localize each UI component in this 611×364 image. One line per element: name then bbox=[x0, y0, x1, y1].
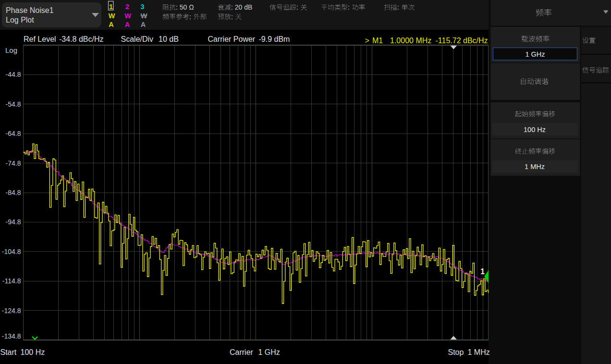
svg-text:-64.8: -64.8 bbox=[6, 130, 21, 137]
svg-text:Start: Start bbox=[0, 348, 17, 356]
svg-text:100 Hz: 100 Hz bbox=[21, 348, 45, 356]
svg-text:1 GHz: 1 GHz bbox=[258, 348, 280, 356]
svg-text:-34.8 dBc/Hz: -34.8 dBc/Hz bbox=[59, 35, 103, 43]
svg-text:-74.8: -74.8 bbox=[6, 159, 21, 167]
svg-text:1 GHz: 1 GHz bbox=[525, 50, 545, 58]
svg-text:Carrier Power: Carrier Power bbox=[208, 35, 256, 43]
svg-text:-114.8: -114.8 bbox=[2, 277, 21, 285]
svg-text:-94.8: -94.8 bbox=[6, 218, 21, 226]
svg-text:-115.72 dBc/Hz: -115.72 dBc/Hz bbox=[436, 36, 488, 45]
svg-text:W: W bbox=[124, 12, 131, 20]
svg-text:A: A bbox=[125, 21, 130, 28]
svg-text:Stop: Stop bbox=[448, 348, 464, 356]
svg-text:Carrier: Carrier bbox=[230, 348, 254, 356]
svg-text:M1: M1 bbox=[372, 36, 383, 45]
svg-text:1: 1 bbox=[109, 3, 113, 11]
svg-text:Log: Log bbox=[5, 46, 17, 54]
svg-text:W: W bbox=[109, 12, 115, 20]
svg-text:1 MHz: 1 MHz bbox=[525, 163, 545, 170]
svg-text:-124.8: -124.8 bbox=[2, 307, 21, 315]
svg-text:-54.8: -54.8 bbox=[6, 100, 21, 108]
svg-text:2: 2 bbox=[125, 3, 129, 11]
svg-text:Log Plot: Log Plot bbox=[6, 16, 34, 24]
svg-text::: : bbox=[397, 3, 399, 11]
svg-text:A: A bbox=[141, 21, 146, 28]
svg-text:3: 3 bbox=[140, 3, 144, 11]
svg-text:: 20 dB: : 20 dB bbox=[231, 3, 252, 11]
svg-text::: : bbox=[348, 3, 350, 11]
svg-text:>: > bbox=[365, 36, 369, 45]
svg-text:-44.8: -44.8 bbox=[6, 71, 21, 78]
svg-text:1.0000 MHz: 1.0000 MHz bbox=[390, 36, 431, 45]
svg-text:-9.9 dBm: -9.9 dBm bbox=[259, 35, 290, 43]
svg-text:100 Hz: 100 Hz bbox=[524, 126, 546, 133]
svg-text:-104.8: -104.8 bbox=[2, 248, 21, 255]
svg-text::: : bbox=[189, 13, 191, 21]
svg-text:-84.8: -84.8 bbox=[6, 189, 21, 196]
svg-text:A: A bbox=[109, 21, 114, 28]
svg-text:Scale/Div: Scale/Div bbox=[121, 35, 154, 43]
svg-text::: : bbox=[231, 13, 233, 21]
svg-text:1 MHz: 1 MHz bbox=[468, 348, 490, 356]
svg-text:10 dB: 10 dB bbox=[159, 35, 179, 43]
svg-text:1: 1 bbox=[480, 267, 485, 276]
svg-text:Ref Level: Ref Level bbox=[24, 35, 56, 43]
svg-text:: 50 Ω: : 50 Ω bbox=[176, 3, 194, 11]
svg-text:Phase Noise1: Phase Noise1 bbox=[6, 6, 54, 14]
svg-text:-134.8: -134.8 bbox=[2, 332, 21, 340]
svg-text::: : bbox=[296, 3, 298, 11]
